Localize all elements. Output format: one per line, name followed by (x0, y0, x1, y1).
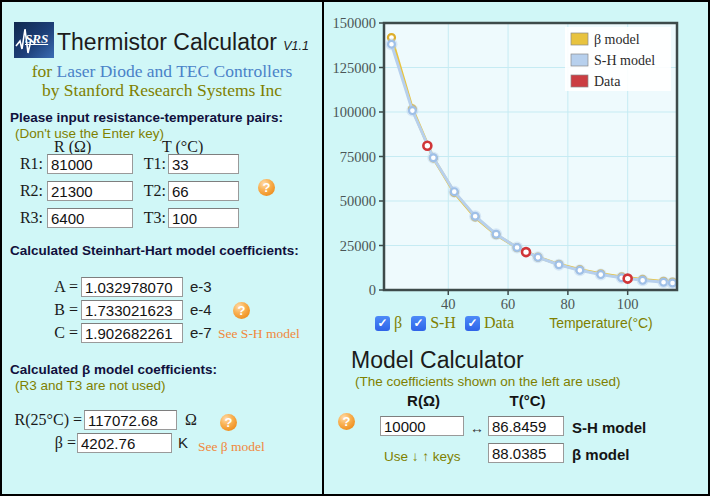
checkbox-label-data: Data (484, 314, 514, 332)
checkbox-sh[interactable]: ✓ (411, 316, 426, 331)
calc-column-header-temperature: T(°C) (488, 392, 567, 409)
y-tick-label: 50000 (340, 193, 376, 209)
sh-marker (669, 280, 676, 287)
beta-label: β = (8, 434, 76, 452)
beta-section-note: (R3 and T3 are not used) (15, 378, 166, 393)
data-marker (624, 275, 632, 283)
checkbox-label-sh: S-H (430, 314, 456, 332)
checkbox-data[interactable]: ✓ (465, 316, 480, 331)
calc-column-header-resistance: R(Ω) (380, 392, 467, 409)
srs-logo-text: SRS (25, 31, 48, 47)
bidirectional-arrow: ↔ (470, 420, 484, 436)
x-tick-label: 80 (561, 296, 576, 312)
sh-marker (451, 188, 458, 195)
calc-resistance-input[interactable] (380, 416, 464, 436)
r25-label: R(25°C) = (8, 411, 82, 429)
beta-unit: K (178, 434, 188, 451)
x-tick-label: 60 (501, 296, 516, 312)
calc-sh-temperature-input[interactable] (488, 416, 564, 436)
thermistor-calculator-window: SRS Thermistor Calculator V1.1 for Laser… (0, 0, 710, 496)
model-calculator-title: Model Calculator (351, 347, 524, 374)
r25-input[interactable] (84, 410, 177, 430)
r3-input[interactable] (47, 208, 133, 228)
coefficient-a-exponent: e-3 (190, 278, 212, 295)
x-tick-label: 40 (441, 296, 456, 312)
products-link: Laser Diode and TEC Controllers (56, 61, 292, 81)
y-tick-label: 75000 (340, 149, 376, 165)
x-tick-label: 100 (617, 296, 639, 312)
sh-marker (430, 154, 437, 161)
help-icon-sh-coefficients[interactable]: ? (233, 302, 250, 319)
r1-input[interactable] (47, 154, 133, 174)
sh-marker (493, 231, 500, 238)
model-calculator-subtitle: (The coefficients shown on the left are … (355, 374, 620, 389)
t2-input[interactable] (168, 181, 239, 201)
t1-label: T1: (140, 155, 166, 173)
subtitle-company: by Stanford Research Systems Inc (2, 80, 322, 101)
see-sh-model-link[interactable]: See S-H model (218, 326, 300, 342)
page-title: Thermistor Calculator V1.1 (57, 29, 309, 56)
beta-input[interactable] (77, 433, 172, 453)
y-tick-label: 100000 (333, 104, 377, 120)
r1-label: R1: (8, 155, 43, 173)
coefficient-a-label: A = (8, 278, 78, 296)
sh-marker (388, 41, 395, 48)
x-axis-label: Temperature(°C) (549, 315, 653, 331)
coefficient-c-label: C = (8, 324, 78, 342)
data-marker (522, 248, 530, 256)
legend-swatch-β model (571, 33, 588, 45)
sh-marker (639, 277, 646, 284)
sh-marker (597, 271, 604, 278)
coefficient-b-input[interactable] (81, 300, 183, 320)
legend-label-Data: Data (594, 74, 621, 89)
sh-marker (535, 254, 542, 261)
data-marker (423, 142, 431, 150)
help-icon-beta-coefficients[interactable]: ? (220, 414, 237, 431)
srs-logo: SRS (14, 22, 54, 58)
r2-input[interactable] (47, 181, 133, 201)
left-panel: SRS Thermistor Calculator V1.1 for Laser… (2, 2, 324, 494)
legend-label-β model: β model (594, 32, 640, 47)
help-icon-model-calculator[interactable]: ? (338, 413, 355, 430)
y-tick-label: 125000 (333, 60, 377, 76)
sh-marker (576, 267, 583, 274)
t3-input[interactable] (168, 208, 239, 228)
help-icon-input-pairs[interactable]: ? (258, 179, 275, 196)
legend-swatch-Data (571, 75, 588, 87)
arrow-keys-hint: Use ↓ ↑ keys (384, 449, 461, 464)
sh-marker (514, 244, 521, 251)
coefficient-b-label: B = (8, 301, 78, 319)
beta-section-heading: Calculated β model coefficients: (10, 362, 217, 377)
version-label: V1.1 (283, 39, 309, 53)
checkbox-label-beta: β (394, 314, 402, 332)
coefficient-a-input[interactable] (81, 277, 183, 297)
t1-input[interactable] (168, 154, 239, 174)
input-section-heading: Please input resistance-temperature pair… (10, 110, 283, 125)
coefficient-b-exponent: e-4 (190, 301, 212, 318)
legend-label-S-H model: S-H model (594, 53, 655, 68)
coefficient-c-exponent: e-7 (190, 324, 212, 341)
calc-beta-temperature-input[interactable] (488, 443, 564, 463)
r3-label: R3: (8, 209, 43, 227)
see-beta-model-link[interactable]: See β model (198, 439, 265, 455)
r25-unit: Ω (185, 411, 197, 429)
y-tick-label: 25000 (340, 238, 376, 254)
checkbox-beta[interactable]: ✓ (375, 316, 390, 331)
sh-marker (409, 107, 416, 114)
y-tick-label: 150000 (333, 15, 377, 31)
t3-label: T3: (140, 209, 166, 227)
sh-model-label: S-H model (572, 419, 646, 436)
series-toggle-row: ✓β✓S-H✓DataTemperature(°C) (375, 314, 653, 332)
beta-model-label: β model (572, 446, 630, 463)
sh-marker (472, 213, 479, 220)
subtitle-products: for Laser Diode and TEC Controllers (2, 61, 322, 82)
sh-marker (660, 279, 667, 286)
coefficient-c-input[interactable] (81, 323, 183, 343)
r2-label: R2: (8, 182, 43, 200)
legend-swatch-S-H model (571, 54, 588, 66)
sh-section-heading: Calculated Steinhart-Hart model coeffici… (10, 243, 299, 258)
t2-label: T2: (140, 182, 166, 200)
sh-marker (556, 261, 563, 268)
right-panel: 0250005000075000100000125000150000406080… (324, 2, 708, 494)
y-tick-label: 0 (369, 282, 376, 298)
